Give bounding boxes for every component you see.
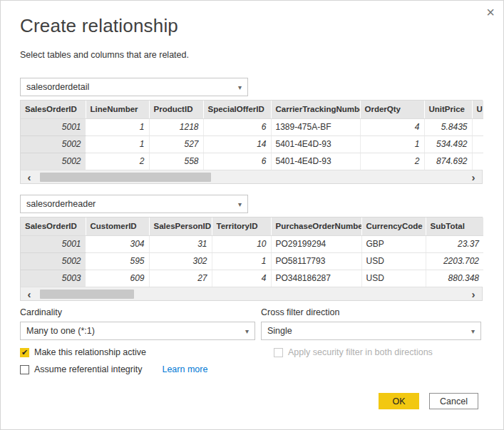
table-cell: 609 (86, 270, 149, 287)
table-cell: 4 (360, 118, 424, 135)
column-header: UnitPrice (424, 101, 472, 118)
column-header: SalesOrderID (21, 101, 86, 118)
scroll-right-icon[interactable]: › (465, 288, 482, 300)
close-icon[interactable]: × (486, 5, 495, 19)
table-cell: 1389-475A-BF (271, 118, 360, 135)
checkbox-box[interactable]: ✔ (20, 348, 29, 357)
table-cell: 304 (86, 235, 149, 252)
scrollbar-track[interactable] (38, 173, 465, 182)
checkbox-make-relationship-active[interactable]: ✔ Make this relationship active (20, 347, 255, 357)
table-cell: 5401-4E4D-93 (271, 135, 360, 153)
table-cell: 1 (360, 135, 424, 153)
table-cell: USD (361, 270, 426, 287)
column-header: SpecialOfferID (203, 101, 271, 118)
checkbox-label: Apply security filter in both directions (288, 347, 433, 357)
table-cell: 1218 (149, 118, 203, 135)
cardinality-select-value: Many to one (*:1) (26, 326, 95, 336)
page-title: Create relationship (20, 15, 481, 37)
scrollbar-thumb[interactable] (40, 290, 134, 299)
table-cell: 6 (203, 153, 271, 170)
second-table-select-value: salesorderheader (26, 199, 96, 209)
table-cell (472, 135, 483, 153)
table-row: 50013043110PO29199294GBP23.37 (21, 235, 483, 252)
create-relationship-dialog: × Create relationship Select tables and … (0, 0, 504, 430)
scroll-left-icon[interactable]: ‹ (21, 288, 38, 300)
column-header: CustomerID (86, 217, 149, 235)
column-header: SalesOrderID (21, 217, 86, 235)
table-cell: 5001 (21, 235, 86, 252)
checkbox-box (274, 348, 283, 357)
checkbox-label: Assume referential integrity (34, 364, 142, 374)
checkbox-box[interactable] (20, 365, 29, 374)
table-cell: 4 (212, 270, 271, 287)
table-cell: 527 (149, 135, 203, 153)
cross-filter-select[interactable]: Single ▾ (261, 322, 481, 340)
cardinality-label: Cardinality (20, 307, 255, 319)
ok-button[interactable]: OK (379, 393, 419, 409)
table-cell: 880.348 (426, 270, 483, 287)
column-header: TerritoryID (212, 217, 271, 235)
scrollbar-track[interactable] (38, 290, 465, 299)
table-cell: 595 (86, 252, 149, 270)
cross-filter-select-value: Single (267, 326, 292, 336)
second-table-select[interactable]: salesorderheader ▾ (20, 195, 248, 213)
table-cell: 14 (203, 135, 271, 153)
checkbox-apply-security-filter: Apply security filter in both directions (261, 347, 481, 357)
chevron-down-icon: ▾ (238, 200, 242, 208)
cardinality-select[interactable]: Many to one (*:1) ▾ (20, 322, 255, 340)
table-cell: PO348186287 (271, 270, 361, 287)
table-cell: 2 (86, 153, 149, 170)
second-table-preview: SalesOrderIDCustomerIDSalesPersonIDTerri… (20, 217, 483, 301)
table-row: 5003609274PO348186287USD880.348 (21, 270, 483, 287)
cancel-button[interactable]: Cancel (429, 393, 478, 409)
chevron-down-icon: ▾ (471, 327, 475, 335)
table-cell: 558 (149, 153, 203, 170)
table-cell: 5.8435 (424, 118, 472, 135)
table-row: 50021527145401-4E4D-931534.492 (21, 135, 483, 153)
chevron-down-icon: ▾ (238, 83, 242, 91)
table-cell: USD (361, 252, 426, 270)
scroll-left-icon[interactable]: ‹ (21, 171, 38, 183)
table-cell: 2203.702 (426, 252, 483, 270)
table-row: 50025953021PO58117793USD2203.702 (21, 252, 483, 270)
table-cell: 534.492 (424, 135, 472, 153)
table-row: 5002255865401-4E4D-932874.692 (21, 153, 483, 170)
horizontal-scrollbar[interactable]: ‹ › (21, 170, 482, 183)
table-cell: 5002 (21, 252, 86, 270)
table-cell: 5002 (21, 135, 86, 153)
checkbox-label: Make this relationship active (34, 347, 146, 357)
table-cell: 31 (149, 235, 212, 252)
data-table: SalesOrderIDLineNumberProductIDSpecialOf… (21, 101, 483, 170)
table-cell (472, 153, 483, 170)
cross-filter-label: Cross filter direction (261, 307, 481, 319)
table-cell: 27 (149, 270, 212, 287)
first-table-select[interactable]: salesorderdetail ▾ (20, 78, 248, 96)
scroll-right-icon[interactable]: › (465, 171, 482, 183)
horizontal-scrollbar[interactable]: ‹ › (21, 287, 482, 300)
column-header: LineNumber (86, 101, 149, 118)
table-cell: 5003 (21, 270, 86, 287)
learn-more-link[interactable]: Learn more (162, 364, 207, 374)
column-header: ProductID (149, 101, 203, 118)
table-cell: 5001 (21, 118, 86, 135)
column-header: CarrierTrackingNumber (271, 101, 360, 118)
table-cell: GBP (361, 235, 426, 252)
column-header: CurrencyCode (361, 217, 426, 235)
table-cell: 2 (360, 153, 424, 170)
table-cell (472, 118, 483, 135)
column-header: U (472, 101, 483, 118)
column-header: SubTotal (426, 217, 483, 235)
table-cell: 1 (86, 135, 149, 153)
table-cell: PO29199294 (271, 235, 361, 252)
table-cell: 23.37 (426, 235, 483, 252)
table-cell: 302 (149, 252, 212, 270)
table-cell: 5401-4E4D-93 (271, 153, 360, 170)
table-cell: 5002 (21, 153, 86, 170)
table-cell: 874.692 (424, 153, 472, 170)
scrollbar-thumb[interactable] (40, 173, 211, 182)
first-table-select-value: salesorderdetail (26, 82, 89, 92)
dialog-subtitle: Select tables and columns that are relat… (20, 50, 481, 60)
table-cell: 6 (203, 118, 271, 135)
checkbox-assume-referential-integrity[interactable]: Assume referential integrity (20, 364, 142, 374)
column-header: PurchaseOrderNumber (271, 217, 361, 235)
